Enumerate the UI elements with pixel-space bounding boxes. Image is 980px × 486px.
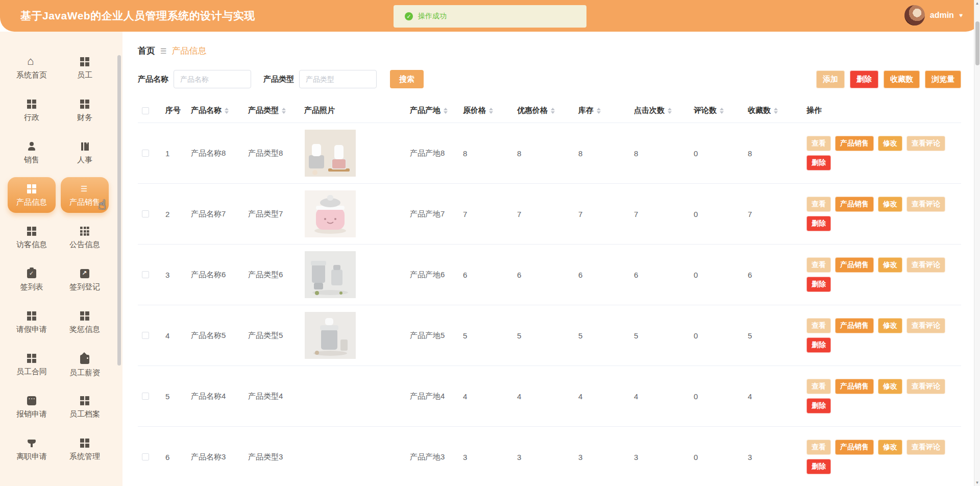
comments-button[interactable]: 查看评论 xyxy=(906,257,945,273)
sidebar-item-administration[interactable]: 行政 xyxy=(8,89,56,131)
views-count-button[interactable]: 浏览量 xyxy=(925,70,961,88)
delete-button[interactable]: 删除 xyxy=(806,398,831,414)
view-button[interactable]: 查看 xyxy=(806,197,831,212)
delete-button[interactable]: 删除 xyxy=(806,155,831,171)
table-row: 3产品名称6产品类型6产品产地6666606查看产品销售修改查看评论删除 xyxy=(138,245,961,305)
sidebar-item-signin-register[interactable]: 签到登记 xyxy=(61,259,109,301)
sidebar-item-contracts[interactable]: 员工合同 xyxy=(8,344,56,385)
row-checkbox[interactable] xyxy=(142,393,149,400)
cell-comments: 0 xyxy=(694,453,748,461)
column-header[interactable]: 评论数 xyxy=(694,106,748,115)
sales-button[interactable]: 产品销售 xyxy=(835,318,874,333)
row-checkbox[interactable] xyxy=(142,332,149,339)
delete-button[interactable]: 删除 xyxy=(806,337,831,353)
edit-button[interactable]: 修改 xyxy=(878,440,902,455)
sales-button[interactable]: 产品销售 xyxy=(835,136,874,151)
select-all-checkbox[interactable] xyxy=(142,107,149,114)
sort-icon[interactable] xyxy=(489,108,493,114)
view-button[interactable]: 查看 xyxy=(806,257,831,273)
view-button[interactable]: 查看 xyxy=(806,136,831,151)
sidebar-item-announcements[interactable]: 公告信息 xyxy=(61,216,109,258)
view-button[interactable]: 查看 xyxy=(806,379,831,394)
sidebar-item-sales[interactable]: 销售 xyxy=(8,132,56,174)
sidebar-item-rewards[interactable]: 奖惩信息 xyxy=(61,301,109,343)
sort-icon[interactable] xyxy=(720,108,724,114)
scroll-down-icon[interactable]: ▼ xyxy=(974,480,980,485)
sidebar-item-home[interactable]: 系统首页 xyxy=(8,47,56,89)
scroll-up-icon[interactable]: ▲ xyxy=(974,1,980,6)
product-photo[interactable] xyxy=(304,251,356,298)
edit-button[interactable]: 修改 xyxy=(878,197,902,212)
user-menu[interactable]: admin ♥ xyxy=(904,5,963,26)
sales-button[interactable]: 产品销售 xyxy=(835,257,874,273)
sidebar-item-product-sales[interactable]: 产品销售 xyxy=(61,177,109,213)
comments-button[interactable]: 查看评论 xyxy=(906,379,945,394)
view-button[interactable]: 查看 xyxy=(806,440,831,455)
sidebar-item-signin-sheet[interactable]: 签到表 xyxy=(8,259,56,301)
column-header[interactable]: 点击次数 xyxy=(634,106,694,115)
column-header[interactable]: 收藏数 xyxy=(748,106,806,115)
comments-button[interactable]: 查看评论 xyxy=(906,197,945,212)
sort-icon[interactable] xyxy=(282,108,286,114)
sidebar-scrollbar[interactable] xyxy=(117,55,121,366)
edit-button[interactable]: 修改 xyxy=(878,318,902,333)
edit-button[interactable]: 修改 xyxy=(878,379,902,394)
column-header[interactable]: 产品名称 xyxy=(191,106,248,115)
comments-button[interactable]: 查看评论 xyxy=(906,440,945,455)
sales-button[interactable]: 产品销售 xyxy=(835,440,874,455)
row-checkbox[interactable] xyxy=(142,210,149,217)
column-header[interactable]: 原价格 xyxy=(463,106,517,115)
view-button[interactable]: 查看 xyxy=(806,318,831,333)
product-photo[interactable] xyxy=(304,312,356,359)
sidebar-item-salary[interactable]: 员工薪资 xyxy=(61,344,109,385)
row-checkbox[interactable] xyxy=(142,453,149,460)
product-photo[interactable] xyxy=(304,130,356,177)
avatar[interactable] xyxy=(904,5,925,26)
cell-clicks: 4 xyxy=(634,392,694,401)
edit-button[interactable]: 修改 xyxy=(878,257,902,273)
scrollbar-thumb[interactable] xyxy=(975,21,979,65)
sidebar-item-finance[interactable]: 财务 xyxy=(61,89,109,131)
sales-button[interactable]: 产品销售 xyxy=(835,379,874,394)
sidebar-item-staff[interactable]: 员工 xyxy=(61,47,109,89)
add-button[interactable]: 添加 xyxy=(816,70,845,88)
column-header[interactable]: 产品产地 xyxy=(410,106,463,115)
sort-icon[interactable] xyxy=(444,108,448,114)
row-checkbox[interactable] xyxy=(142,271,149,278)
favorites-count-button[interactable]: 收藏数 xyxy=(884,70,920,88)
delete-button[interactable]: 删除 xyxy=(850,70,878,88)
product-name-input[interactable] xyxy=(174,70,251,88)
column-header: 产品照片 xyxy=(304,106,410,115)
product-type-input[interactable] xyxy=(299,70,377,88)
column-header[interactable]: 库存 xyxy=(578,106,634,115)
search-button[interactable]: 搜索 xyxy=(390,70,424,88)
sales-button[interactable]: 产品销售 xyxy=(835,197,874,212)
sidebar-item-reimbursement[interactable]: 报销申请 xyxy=(8,386,56,428)
sidebar-item-visitor-info[interactable]: 访客信息 xyxy=(8,216,56,258)
sidebar-item-leave-request[interactable]: 请假申请 xyxy=(8,301,56,343)
sidebar-item-hr[interactable]: 人事 xyxy=(61,132,109,174)
sort-icon[interactable] xyxy=(668,108,672,114)
sort-icon[interactable] xyxy=(225,108,229,114)
sidebar-item-employee-files[interactable]: 员工档案 xyxy=(61,386,109,428)
edit-button[interactable]: 修改 xyxy=(878,136,902,151)
sidebar-item-product-info[interactable]: 产品信息 xyxy=(8,177,56,213)
product-photo[interactable] xyxy=(304,190,356,237)
column-header[interactable]: 优惠价格 xyxy=(517,106,578,115)
delete-button[interactable]: 删除 xyxy=(806,216,831,231)
sidebar-item-resignation[interactable]: 离职申请 xyxy=(8,428,56,470)
sidebar-item-system-admin[interactable]: 系统管理 xyxy=(61,428,109,470)
breadcrumb-home[interactable]: 首页 xyxy=(138,45,155,57)
comments-button[interactable]: 查看评论 xyxy=(906,136,945,151)
comments-button[interactable]: 查看评论 xyxy=(906,318,945,333)
page-scrollbar[interactable]: ▲ ▼ xyxy=(974,0,980,486)
column-header[interactable]: 产品类型 xyxy=(248,106,304,115)
sort-icon[interactable] xyxy=(774,108,778,114)
delete-button[interactable]: 删除 xyxy=(806,459,831,474)
cell-actions: 查看产品销售修改查看评论删除 xyxy=(806,136,961,171)
sort-icon[interactable] xyxy=(551,108,555,114)
delete-button[interactable]: 删除 xyxy=(806,277,831,292)
cell-actions: 查看产品销售修改查看评论删除 xyxy=(806,197,961,231)
row-checkbox[interactable] xyxy=(142,150,149,157)
sort-icon[interactable] xyxy=(597,108,601,114)
